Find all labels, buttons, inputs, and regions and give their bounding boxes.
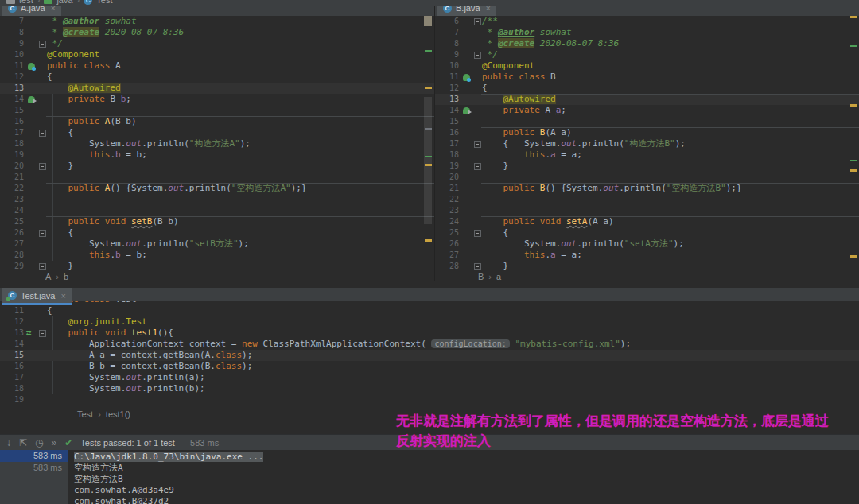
test-tree[interactable]: 583 ms583 ms (0, 450, 68, 504)
fold-marker[interactable] (473, 49, 481, 60)
gutter-space (461, 227, 473, 238)
code-line[interactable]: 11{ (0, 305, 859, 316)
fold-marker[interactable] (38, 38, 46, 49)
code-line[interactable]: 11public class B (435, 72, 859, 83)
code-area[interactable]: 7 * @author sowhat8 * @create 2020-08-07… (0, 16, 434, 272)
tab-test-java[interactable]: C Test.java × (2, 288, 72, 305)
code-line[interactable]: 20 (435, 172, 859, 183)
code-area[interactable]: 6/**7 * @author sowhat8 * @create 2020-0… (435, 16, 859, 272)
fold-marker[interactable] (473, 138, 481, 149)
autowire-gutter-icon[interactable] (26, 94, 38, 105)
code-line[interactable]: 18 System.out.println(b); (0, 383, 859, 394)
code-line[interactable]: 21 (0, 172, 434, 183)
code-line[interactable]: 24 public void setA(A a) (435, 216, 859, 227)
code-line[interactable]: 12 @org.junit.Test (0, 316, 859, 328)
scrollbar-stripe[interactable] (423, 16, 434, 272)
code-line[interactable]: 12{ (0, 72, 434, 83)
code-line[interactable]: 27 this.a = a; (435, 250, 859, 261)
fold-marker[interactable] (473, 261, 481, 272)
code-line[interactable]: 14 private A a; (435, 105, 859, 116)
code-line[interactable]: 13 @Autowired (435, 94, 859, 105)
code-line[interactable]: 26 System.out.println("setA方法"); (435, 238, 859, 250)
fold-marker[interactable] (473, 16, 481, 27)
bean-gutter-icon[interactable] (461, 72, 473, 83)
nav-crumb-class[interactable]: Test (96, 0, 112, 6)
breadcrumb-member[interactable]: a (496, 272, 501, 281)
console-output[interactable]: C:\Java\jdk1.8.0_73\bin\java.exe ...空构造方… (68, 450, 859, 504)
code-line[interactable]: 19 (0, 394, 859, 405)
line-number: 14 (0, 94, 24, 105)
export-test-results-icon[interactable]: ⇱ (19, 438, 27, 448)
code-line[interactable]: 7 * @author sowhat (435, 27, 859, 38)
code-line[interactable]: 20 } (0, 161, 434, 172)
breadcrumb-member[interactable]: test1() (106, 409, 130, 419)
test-tree-row[interactable]: 583 ms (0, 450, 68, 462)
code-line[interactable]: 18 System.out.println("构造方法A"); (0, 138, 434, 149)
code-line[interactable]: 14 ApplicationContext context = new Clas… (0, 339, 859, 350)
code-line[interactable]: 6/** (435, 16, 859, 27)
line-number: 19 (435, 161, 459, 172)
code-line[interactable]: 25 public void setB(B b) (0, 216, 434, 227)
nav-crumb-java[interactable]: java (56, 0, 72, 6)
breadcrumb-class[interactable]: Test (77, 409, 93, 419)
code-line[interactable]: 18 this.a = a; (435, 149, 859, 161)
code-line[interactable]: 23 (0, 194, 434, 205)
code-line[interactable]: 27 System.out.println("setB方法"); (0, 238, 434, 250)
code-line[interactable]: 19 } (435, 161, 859, 172)
code-line[interactable]: 15 (0, 105, 434, 116)
code-line[interactable]: 15 A a = context.getBean(A.class); (0, 350, 859, 361)
code-line[interactable]: 9 */ (435, 49, 859, 60)
fold-marker[interactable] (473, 161, 481, 172)
code-line[interactable]: 16 B b = context.getBean(B.class); (0, 361, 859, 372)
code-line[interactable]: 22 public A() {System.out.println("空构造方法… (0, 183, 434, 194)
close-icon[interactable]: × (60, 291, 65, 300)
fold-marker[interactable] (38, 227, 46, 238)
fold-marker[interactable] (473, 227, 481, 238)
code-line[interactable]: 10@Component (435, 60, 859, 72)
code-text: this.a = a; (481, 250, 582, 261)
code-area[interactable]: 10public class Test11{12 @org.junit.Test… (0, 294, 859, 405)
code-line[interactable]: 25 { (435, 227, 859, 238)
code-line[interactable]: 23 (435, 205, 859, 216)
code-line[interactable]: 9 */ (0, 38, 434, 49)
test-tree-row[interactable]: 583 ms (0, 462, 68, 474)
code-line[interactable]: 11public class A (0, 60, 434, 72)
code-line[interactable]: 8 * @create 2020-08-07 8:36 (435, 38, 859, 49)
code-line[interactable]: 7 * @author sowhat (0, 16, 434, 27)
breadcrumb-class[interactable]: A (45, 272, 51, 281)
fold-marker[interactable] (38, 127, 46, 138)
code-line[interactable]: 14 private B b; (0, 94, 434, 105)
code-line[interactable]: 29 } (0, 261, 434, 272)
code-line[interactable]: 17 { System.out.println("构造方法B"); (435, 138, 859, 149)
test-gutter-icon[interactable]: ⇄ (26, 328, 38, 339)
code-line[interactable]: 24 (0, 205, 434, 216)
code-line[interactable]: 13⇄ public void test1(){ (0, 328, 859, 339)
code-line[interactable]: 13 @Autowired (0, 83, 434, 94)
fold-marker[interactable] (38, 261, 46, 272)
code-line[interactable]: 17 { (0, 127, 434, 138)
code-line[interactable]: 22 (435, 194, 859, 205)
breadcrumb-class[interactable]: B (478, 272, 484, 281)
breadcrumb-member[interactable]: b (64, 272, 68, 281)
code-line[interactable]: 21 public B() {System.out.println("空构造方法… (435, 183, 859, 194)
autowire-gutter-icon[interactable] (461, 105, 473, 116)
code-line[interactable]: 26 { (0, 227, 434, 238)
code-line[interactable]: 17 System.out.println(a); (0, 372, 859, 383)
code-line[interactable]: 15 (435, 116, 859, 127)
code-line[interactable]: 28 this.b = b; (0, 250, 434, 261)
code-line[interactable]: 19 this.b = b; (0, 149, 434, 161)
scrollbar-stripe[interactable] (849, 16, 859, 272)
test-history-icon[interactable]: ◷ (35, 438, 43, 448)
code-line[interactable]: 10@Component (0, 49, 434, 60)
code-line[interactable]: 16 public B(A a) (435, 127, 859, 138)
fold-marker[interactable] (38, 328, 46, 339)
code-line[interactable]: 16 public A(B b) (0, 116, 434, 127)
code-line[interactable]: 12{ (435, 83, 859, 94)
bean-gutter-icon[interactable] (26, 60, 38, 72)
code-line[interactable]: 28 } (435, 261, 859, 272)
down-arrow-icon[interactable]: ↓ (6, 438, 11, 448)
nav-crumb-test[interactable]: test (19, 0, 33, 6)
fold-marker[interactable] (38, 161, 46, 172)
more-chevrons-icon[interactable]: » (52, 438, 57, 448)
code-line[interactable]: 8 * @create 2020-08-07 8:36 (0, 27, 434, 38)
